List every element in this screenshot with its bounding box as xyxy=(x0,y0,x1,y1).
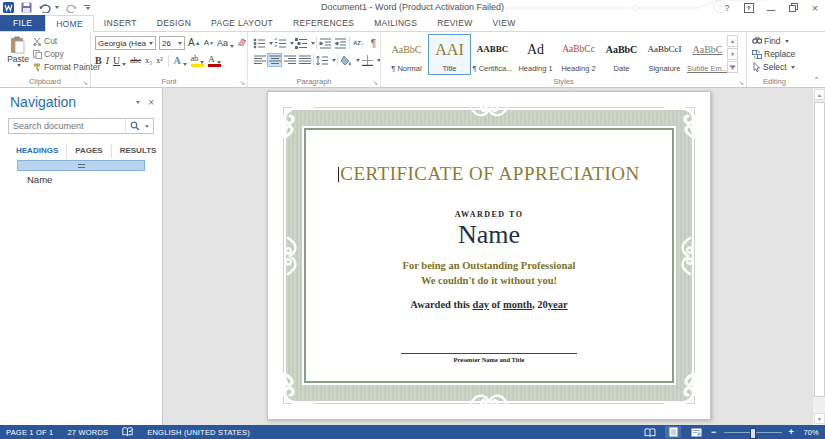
ribbon-display-options-icon[interactable] xyxy=(743,2,755,14)
font-dialog-launcher[interactable]: ↘ xyxy=(239,79,245,86)
redo-icon[interactable] xyxy=(66,3,77,13)
help-icon[interactable]: ? xyxy=(721,2,733,14)
style-heading-1[interactable]: Ad Heading 1 xyxy=(514,34,557,75)
presenter-label[interactable]: Presenter Name and Title xyxy=(308,356,670,363)
numbering-button[interactable] xyxy=(273,36,288,50)
tab-file[interactable]: FILE xyxy=(0,15,45,31)
zoom-level[interactable]: 70% xyxy=(801,428,819,437)
subscript-button[interactable]: x₂ xyxy=(145,56,152,66)
change-case-button[interactable]: Aa xyxy=(217,38,234,48)
grow-font-button[interactable]: A▲ xyxy=(188,38,201,48)
nav-tab-headings[interactable]: HEADINGS xyxy=(8,144,67,158)
multilevel-list-button[interactable] xyxy=(294,36,309,50)
close-icon[interactable]: × xyxy=(809,2,821,14)
nav-heading-name[interactable]: Name xyxy=(27,174,52,185)
recipient-name[interactable]: Name xyxy=(308,220,670,250)
page-indicator[interactable]: PAGE 1 OF 1 xyxy=(6,428,54,437)
line-spacing-button[interactable] xyxy=(315,53,330,67)
scroll-down-icon[interactable]: ▼ xyxy=(814,413,825,424)
styles-dialog-launcher[interactable]: ↘ xyxy=(738,79,744,86)
decrease-indent-button[interactable] xyxy=(318,36,333,50)
justify-button[interactable] xyxy=(297,53,312,67)
certificate-subtitle-2[interactable]: We couldn't do it without you! xyxy=(308,275,670,286)
certificate-title[interactable]: CERTIFICATE OF APPRECIATION xyxy=(308,163,670,185)
word-logo-icon[interactable] xyxy=(3,2,14,13)
language-indicator[interactable]: ENGLISH (UNITED STATES) xyxy=(147,428,250,437)
undo-icon[interactable] xyxy=(39,3,59,13)
strikethrough-button[interactable]: abc xyxy=(130,56,141,66)
certificate-date-line[interactable]: Awarded this day of month, 20year xyxy=(308,299,670,310)
certificate-subtitle-1[interactable]: For being an Outstanding Professional xyxy=(308,260,670,271)
date-month-field[interactable]: month xyxy=(503,299,532,310)
proofing-status-icon[interactable] xyxy=(122,427,133,437)
scroll-up-icon[interactable]: ▲ xyxy=(814,89,825,100)
borders-button[interactable] xyxy=(360,53,375,67)
clipboard-dialog-launcher[interactable]: ↘ xyxy=(82,79,88,86)
date-year-field[interactable]: year xyxy=(548,299,568,310)
tab-insert[interactable]: INSERT xyxy=(94,15,147,31)
collapse-ribbon-icon[interactable]: ⌃ xyxy=(813,76,820,85)
customize-qat-icon[interactable] xyxy=(84,5,90,10)
date-day-field[interactable]: day xyxy=(473,299,489,310)
word-count[interactable]: 27 WORDS xyxy=(68,428,109,437)
navigation-close-icon[interactable]: × xyxy=(148,97,154,108)
styles-scroll-down-icon[interactable]: ▼ xyxy=(727,48,738,60)
increase-indent-button[interactable] xyxy=(333,36,348,50)
tab-review[interactable]: REVIEW xyxy=(427,15,482,31)
tab-home[interactable]: HOME xyxy=(45,15,94,32)
tab-design[interactable]: DESIGN xyxy=(147,15,201,31)
style-title[interactable]: AAI Title xyxy=(428,34,471,75)
font-color-button[interactable]: A xyxy=(208,54,221,67)
restore-icon[interactable] xyxy=(787,2,799,14)
search-input[interactable] xyxy=(9,121,125,131)
tab-view[interactable]: VIEW xyxy=(483,15,526,31)
web-layout-icon[interactable] xyxy=(688,426,704,438)
font-size-combo[interactable]: 26 xyxy=(159,36,185,50)
sort-button[interactable]: AZ↓ xyxy=(351,36,366,50)
align-right-button[interactable] xyxy=(282,53,297,67)
underline-button[interactable]: U xyxy=(113,56,126,66)
undo-dropdown[interactable] xyxy=(55,6,59,9)
bold-button[interactable]: B xyxy=(95,56,102,66)
vertical-scrollbar[interactable]: ▲ ▼ xyxy=(812,88,825,425)
style-signature[interactable]: AaBbCcI Signature xyxy=(643,34,686,75)
scrollbar-thumb[interactable] xyxy=(814,102,825,397)
zoom-out-button[interactable]: − xyxy=(711,427,716,437)
paste-button[interactable]: Paste xyxy=(3,35,33,75)
italic-button[interactable]: I xyxy=(106,56,109,66)
paragraph-dialog-launcher[interactable]: ↘ xyxy=(372,79,378,86)
tab-page-layout[interactable]: PAGE LAYOUT xyxy=(201,15,283,31)
search-icon[interactable] xyxy=(130,121,140,131)
find-button[interactable]: Find xyxy=(752,36,795,46)
style-normal[interactable]: AaBbC ¶ Normal xyxy=(385,34,428,75)
shrink-font-button[interactable]: A▼ xyxy=(204,38,214,48)
awarded-to-label[interactable]: AWARDED TO xyxy=(308,210,670,219)
text-effects-button[interactable]: A xyxy=(174,56,187,66)
nav-heading-selected[interactable] xyxy=(17,160,145,171)
style-heading-2[interactable]: AaBbCc Heading 2 xyxy=(557,34,600,75)
align-center-button[interactable] xyxy=(267,53,282,67)
style-certificate[interactable]: AABBC ¶ Certifica... xyxy=(471,34,514,75)
zoom-in-button[interactable]: + xyxy=(789,427,794,437)
minimize-icon[interactable] xyxy=(765,2,777,14)
read-mode-icon[interactable] xyxy=(642,426,658,438)
shading-button[interactable] xyxy=(339,53,354,67)
nav-tab-pages[interactable]: PAGES xyxy=(67,144,111,158)
navigation-options-icon[interactable] xyxy=(136,101,140,104)
print-layout-icon[interactable] xyxy=(665,426,681,438)
save-icon[interactable] xyxy=(21,2,32,13)
document-page[interactable]: CERTIFICATE OF APPRECIATION AWARDED TO N… xyxy=(267,91,711,420)
styles-scroll-up-icon[interactable]: ▲ xyxy=(727,35,738,47)
tab-references[interactable]: REFERENCES xyxy=(283,15,364,31)
align-left-button[interactable] xyxy=(252,53,267,67)
font-name-combo[interactable]: Georgia (Head xyxy=(95,36,156,50)
highlight-color-button[interactable]: ab xyxy=(191,54,205,67)
replace-button[interactable]: Replace xyxy=(752,49,795,59)
show-hide-marks-button[interactable]: ¶ xyxy=(366,36,381,50)
select-button[interactable]: Select xyxy=(752,62,795,72)
style-subtle-emphasis[interactable]: AaBbC Subtle Em... xyxy=(686,34,729,75)
bullets-button[interactable] xyxy=(252,36,267,50)
superscript-button[interactable]: x² xyxy=(156,56,162,66)
nav-tab-results[interactable]: RESULTS xyxy=(112,144,165,158)
zoom-slider[interactable] xyxy=(724,432,782,433)
